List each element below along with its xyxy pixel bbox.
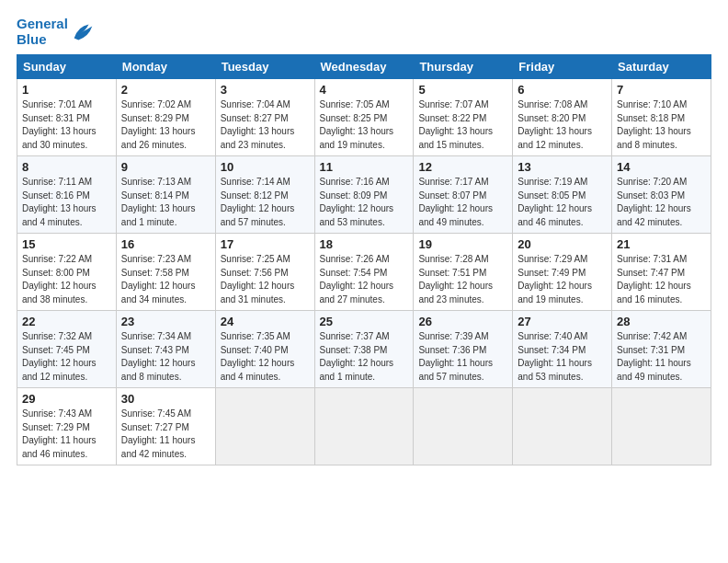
calendar-cell: 29Sunrise: 7:43 AM Sunset: 7:29 PM Dayli… bbox=[17, 388, 117, 465]
calendar-cell: 30Sunrise: 7:45 AM Sunset: 7:27 PM Dayli… bbox=[116, 388, 215, 465]
calendar-cell: 28Sunrise: 7:42 AM Sunset: 7:31 PM Dayli… bbox=[612, 311, 711, 388]
day-info: Sunrise: 7:37 AM Sunset: 7:38 PM Dayligh… bbox=[320, 330, 409, 384]
header: General Blue bbox=[17, 17, 711, 47]
day-number: 26 bbox=[418, 315, 507, 328]
day-number: 18 bbox=[320, 237, 409, 251]
logo: General Blue bbox=[17, 17, 96, 47]
day-number: 29 bbox=[22, 392, 111, 406]
day-info: Sunrise: 7:13 AM Sunset: 8:14 PM Dayligh… bbox=[121, 176, 210, 229]
calendar-cell: 17Sunrise: 7:25 AM Sunset: 7:56 PM Dayli… bbox=[215, 234, 314, 311]
calendar-week-4: 22Sunrise: 7:32 AM Sunset: 7:45 PM Dayli… bbox=[17, 311, 711, 388]
day-info: Sunrise: 7:23 AM Sunset: 7:58 PM Dayligh… bbox=[121, 253, 210, 306]
calendar-cell: 10Sunrise: 7:14 AM Sunset: 8:12 PM Dayli… bbox=[215, 156, 314, 234]
day-number: 15 bbox=[22, 237, 111, 251]
calendar-week-3: 15Sunrise: 7:22 AM Sunset: 8:00 PM Dayli… bbox=[17, 234, 711, 311]
calendar-cell: 13Sunrise: 7:19 AM Sunset: 8:05 PM Dayli… bbox=[513, 156, 612, 234]
calendar-cell: 20Sunrise: 7:29 AM Sunset: 7:49 PM Dayli… bbox=[513, 234, 612, 311]
day-number: 17 bbox=[221, 237, 310, 251]
day-info: Sunrise: 7:02 AM Sunset: 8:29 PM Dayligh… bbox=[121, 98, 210, 152]
calendar-cell: 18Sunrise: 7:26 AM Sunset: 7:54 PM Dayli… bbox=[314, 234, 414, 311]
day-info: Sunrise: 7:11 AM Sunset: 8:16 PM Dayligh… bbox=[22, 176, 111, 229]
calendar-cell: 25Sunrise: 7:37 AM Sunset: 7:38 PM Dayli… bbox=[314, 311, 414, 388]
day-number: 21 bbox=[617, 237, 706, 251]
day-info: Sunrise: 7:01 AM Sunset: 8:31 PM Dayligh… bbox=[22, 98, 111, 152]
day-number: 19 bbox=[418, 237, 507, 251]
calendar-week-1: 1Sunrise: 7:01 AM Sunset: 8:31 PM Daylig… bbox=[17, 79, 711, 156]
calendar-cell: 2Sunrise: 7:02 AM Sunset: 8:29 PM Daylig… bbox=[116, 79, 215, 156]
day-number: 28 bbox=[617, 315, 706, 328]
calendar-week-2: 8Sunrise: 7:11 AM Sunset: 8:16 PM Daylig… bbox=[17, 156, 711, 234]
calendar-body: 1Sunrise: 7:01 AM Sunset: 8:31 PM Daylig… bbox=[17, 79, 711, 465]
day-info: Sunrise: 7:42 AM Sunset: 7:31 PM Dayligh… bbox=[617, 330, 706, 384]
day-info: Sunrise: 7:07 AM Sunset: 8:22 PM Dayligh… bbox=[418, 98, 507, 152]
day-info: Sunrise: 7:22 AM Sunset: 8:00 PM Dayligh… bbox=[22, 253, 111, 306]
day-info: Sunrise: 7:45 AM Sunset: 7:27 PM Dayligh… bbox=[121, 408, 210, 461]
day-info: Sunrise: 7:16 AM Sunset: 8:09 PM Dayligh… bbox=[320, 176, 409, 229]
day-number: 5 bbox=[418, 83, 507, 97]
calendar-cell: 26Sunrise: 7:39 AM Sunset: 7:36 PM Dayli… bbox=[414, 311, 513, 388]
day-info: Sunrise: 7:29 AM Sunset: 7:49 PM Dayligh… bbox=[518, 253, 607, 306]
calendar-cell: 22Sunrise: 7:32 AM Sunset: 7:45 PM Dayli… bbox=[17, 311, 117, 388]
day-info: Sunrise: 7:26 AM Sunset: 7:54 PM Dayligh… bbox=[320, 253, 409, 306]
calendar-table: SundayMondayTuesdayWednesdayThursdayFrid… bbox=[17, 54, 711, 465]
day-info: Sunrise: 7:17 AM Sunset: 8:07 PM Dayligh… bbox=[418, 176, 507, 229]
day-number: 27 bbox=[518, 315, 607, 328]
day-info: Sunrise: 7:14 AM Sunset: 8:12 PM Dayligh… bbox=[221, 176, 310, 229]
day-number: 10 bbox=[221, 160, 310, 174]
day-number: 2 bbox=[121, 83, 210, 97]
weekday-header-saturday: Saturday bbox=[612, 55, 711, 79]
day-info: Sunrise: 7:40 AM Sunset: 7:34 PM Dayligh… bbox=[518, 330, 607, 384]
day-number: 23 bbox=[121, 315, 210, 328]
day-number: 1 bbox=[22, 83, 111, 97]
calendar-cell: 6Sunrise: 7:08 AM Sunset: 8:20 PM Daylig… bbox=[513, 79, 612, 156]
day-number: 30 bbox=[121, 392, 210, 406]
day-number: 13 bbox=[518, 160, 607, 174]
day-number: 22 bbox=[22, 315, 111, 328]
calendar-cell: 9Sunrise: 7:13 AM Sunset: 8:14 PM Daylig… bbox=[116, 156, 215, 234]
calendar-cell bbox=[314, 388, 414, 465]
calendar-cell: 12Sunrise: 7:17 AM Sunset: 8:07 PM Dayli… bbox=[414, 156, 513, 234]
calendar-cell: 14Sunrise: 7:20 AM Sunset: 8:03 PM Dayli… bbox=[612, 156, 711, 234]
day-number: 9 bbox=[121, 160, 210, 174]
day-number: 14 bbox=[617, 160, 706, 174]
calendar-cell: 1Sunrise: 7:01 AM Sunset: 8:31 PM Daylig… bbox=[17, 79, 117, 156]
calendar-week-5: 29Sunrise: 7:43 AM Sunset: 7:29 PM Dayli… bbox=[17, 388, 711, 465]
day-number: 11 bbox=[320, 160, 409, 174]
day-number: 24 bbox=[221, 315, 310, 328]
day-info: Sunrise: 7:28 AM Sunset: 7:51 PM Dayligh… bbox=[418, 253, 507, 306]
calendar-cell: 7Sunrise: 7:10 AM Sunset: 8:18 PM Daylig… bbox=[612, 79, 711, 156]
calendar-cell bbox=[215, 388, 314, 465]
weekday-header-friday: Friday bbox=[513, 55, 612, 79]
calendar-cell: 19Sunrise: 7:28 AM Sunset: 7:51 PM Dayli… bbox=[414, 234, 513, 311]
weekday-header-tuesday: Tuesday bbox=[215, 55, 314, 79]
day-number: 16 bbox=[121, 237, 210, 251]
logo-text2: Blue bbox=[17, 32, 68, 48]
weekday-header-monday: Monday bbox=[116, 55, 215, 79]
day-number: 12 bbox=[418, 160, 507, 174]
day-info: Sunrise: 7:04 AM Sunset: 8:27 PM Dayligh… bbox=[221, 98, 310, 152]
calendar-cell bbox=[612, 388, 711, 465]
day-number: 8 bbox=[22, 160, 111, 174]
day-number: 4 bbox=[320, 83, 409, 97]
day-number: 25 bbox=[320, 315, 409, 328]
day-info: Sunrise: 7:34 AM Sunset: 7:43 PM Dayligh… bbox=[121, 330, 210, 384]
day-info: Sunrise: 7:05 AM Sunset: 8:25 PM Dayligh… bbox=[320, 98, 409, 152]
day-info: Sunrise: 7:10 AM Sunset: 8:18 PM Dayligh… bbox=[617, 98, 706, 152]
day-info: Sunrise: 7:35 AM Sunset: 7:40 PM Dayligh… bbox=[221, 330, 310, 384]
page: General Blue SundayMondayTuesdayWednesda… bbox=[0, 0, 728, 475]
day-info: Sunrise: 7:20 AM Sunset: 8:03 PM Dayligh… bbox=[617, 176, 706, 229]
calendar-cell: 11Sunrise: 7:16 AM Sunset: 8:09 PM Dayli… bbox=[314, 156, 414, 234]
day-info: Sunrise: 7:39 AM Sunset: 7:36 PM Dayligh… bbox=[418, 330, 507, 384]
calendar-cell: 23Sunrise: 7:34 AM Sunset: 7:43 PM Dayli… bbox=[116, 311, 215, 388]
day-info: Sunrise: 7:32 AM Sunset: 7:45 PM Dayligh… bbox=[22, 330, 111, 384]
day-number: 3 bbox=[221, 83, 310, 97]
logo-text: General bbox=[17, 17, 68, 32]
calendar-cell: 3Sunrise: 7:04 AM Sunset: 8:27 PM Daylig… bbox=[215, 79, 314, 156]
calendar-cell: 21Sunrise: 7:31 AM Sunset: 7:47 PM Dayli… bbox=[612, 234, 711, 311]
day-number: 7 bbox=[617, 83, 706, 97]
day-number: 6 bbox=[518, 83, 607, 97]
calendar-cell: 4Sunrise: 7:05 AM Sunset: 8:25 PM Daylig… bbox=[314, 79, 414, 156]
logo-bird-icon bbox=[70, 19, 96, 45]
day-info: Sunrise: 7:08 AM Sunset: 8:20 PM Dayligh… bbox=[518, 98, 607, 152]
day-info: Sunrise: 7:25 AM Sunset: 7:56 PM Dayligh… bbox=[221, 253, 310, 306]
